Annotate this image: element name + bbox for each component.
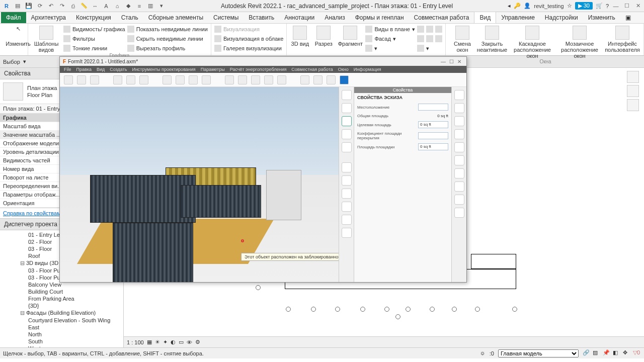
small-sheet1-icon[interactable] bbox=[417, 25, 442, 34]
3d-view-button[interactable]: 3D вид bbox=[290, 25, 310, 47]
small-sheet3-icon[interactable]: ▾ bbox=[417, 44, 442, 53]
formit-revit-icon[interactable] bbox=[340, 75, 349, 84]
formit-person-icon[interactable] bbox=[313, 75, 323, 84]
formit-scene-icon[interactable] bbox=[454, 103, 464, 113]
render-button[interactable]: Визуализация bbox=[214, 25, 284, 34]
tab-systems[interactable]: Системы bbox=[208, 12, 244, 23]
tab-massing[interactable]: Формы и генплан bbox=[350, 12, 409, 23]
plan-views-button[interactable]: Виды в плане ▾ bbox=[365, 25, 415, 34]
formit-fly-icon[interactable] bbox=[342, 142, 352, 152]
tab-annotate[interactable]: Аннотации bbox=[279, 12, 319, 23]
tree-item[interactable]: From Parking Area bbox=[0, 295, 123, 302]
formit-walk-icon[interactable] bbox=[342, 175, 352, 186]
formit-rect-icon[interactable] bbox=[176, 75, 185, 84]
elevation-button[interactable]: Фасад ▾ bbox=[365, 34, 415, 43]
cart-icon[interactable]: 🛒 bbox=[596, 3, 603, 9]
formit-prop-row[interactable]: Общая площадь0 sq ft bbox=[354, 112, 451, 120]
formit-menu[interactable]: FileПравкаВидСоздатьИнструменты проектир… bbox=[60, 66, 466, 73]
hide-icon[interactable]: 👁 bbox=[187, 339, 192, 345]
thin-lines-icon[interactable]: ≡ bbox=[135, 2, 144, 11]
user-name[interactable]: revit_testing bbox=[534, 3, 564, 9]
formit-materials-icon[interactable] bbox=[454, 116, 464, 126]
save-icon[interactable]: 💾 bbox=[24, 2, 33, 11]
tile-button[interactable]: Мозаичное расположение окон bbox=[557, 25, 602, 59]
formit-line-icon[interactable] bbox=[163, 75, 172, 84]
formit-section-icon[interactable] bbox=[277, 75, 286, 84]
shadows-icon[interactable]: ◐ bbox=[171, 339, 176, 345]
tree-item[interactable]: ⊟Фасады (Building Elevation) bbox=[0, 309, 123, 317]
formit-measure-icon[interactable] bbox=[126, 75, 135, 84]
formit-zoomin-icon[interactable] bbox=[342, 202, 352, 212]
close-hidden-icon[interactable]: ▥ bbox=[146, 2, 155, 11]
redo-icon[interactable]: ↷ bbox=[57, 2, 66, 11]
formit-cube-icon[interactable] bbox=[342, 90, 352, 100]
thin-lines-button[interactable]: Тонкие линии bbox=[63, 44, 125, 53]
drag-icon[interactable]: ✥ bbox=[623, 349, 631, 357]
formit-select-icon[interactable] bbox=[113, 75, 122, 84]
maximize-icon[interactable]: ☐ bbox=[623, 2, 631, 10]
reveal-icon[interactable]: ⚙ bbox=[195, 339, 200, 345]
visibility-graphics-button[interactable]: Видимость/ графика bbox=[63, 25, 125, 34]
formit-min-icon[interactable]: — bbox=[439, 57, 447, 65]
formit-max-icon[interactable]: ☐ bbox=[447, 57, 455, 65]
small-tool-icon[interactable]: ▾ bbox=[365, 44, 415, 53]
switch-windows-button[interactable]: Смена окон bbox=[450, 25, 474, 53]
trial-badge[interactable]: ▶ 30 bbox=[575, 2, 593, 10]
close-inactive-button[interactable]: Закрыть неактивные bbox=[476, 25, 508, 53]
tab-structure[interactable]: Конструкция bbox=[71, 12, 116, 23]
callout-button[interactable]: Фрагмент bbox=[337, 25, 363, 47]
minimize-icon[interactable]: — bbox=[612, 2, 620, 10]
formit-prop-row[interactable]: Местоположение bbox=[354, 102, 451, 112]
tree-item[interactable]: {3D} bbox=[0, 302, 123, 309]
measure-icon[interactable]: 📏 bbox=[79, 2, 89, 11]
formit-top-icon[interactable] bbox=[342, 103, 352, 113]
formit-orbit-icon[interactable] bbox=[342, 162, 352, 172]
formit-angle-icon[interactable] bbox=[139, 75, 148, 84]
formit-settings-icon[interactable] bbox=[264, 75, 273, 84]
sync-icon[interactable]: ⟳ bbox=[35, 2, 44, 11]
nav-wheel-icon[interactable] bbox=[627, 85, 639, 97]
tree-item[interactable]: North bbox=[0, 331, 123, 338]
formit-pan-icon[interactable] bbox=[342, 189, 352, 199]
section-button[interactable]: Разрез bbox=[312, 25, 335, 47]
tab-collaborate[interactable]: Совместная работа bbox=[409, 12, 474, 23]
formit-layers-icon[interactable] bbox=[454, 90, 464, 100]
formit-dynamo-icon[interactable] bbox=[454, 182, 464, 192]
formit-circle-icon[interactable] bbox=[202, 75, 211, 84]
help-icon[interactable]: ? bbox=[606, 3, 609, 9]
switch-win-icon[interactable]: ▾ bbox=[157, 2, 166, 11]
tab-analyze[interactable]: Анализ bbox=[319, 12, 350, 23]
tab-more-icon[interactable]: ▣ bbox=[620, 12, 636, 23]
show-hidden-button[interactable]: Показать невидимые линии bbox=[127, 25, 208, 34]
select-pinned-icon[interactable]: 📌 bbox=[603, 349, 611, 357]
undo-icon[interactable]: ↶ bbox=[46, 2, 55, 11]
editable-only-icon[interactable]: :0 bbox=[490, 350, 494, 356]
formit-undo-icon[interactable] bbox=[77, 75, 86, 84]
tab-insert[interactable]: Вставить bbox=[244, 12, 279, 23]
formit-sun-icon[interactable] bbox=[238, 75, 247, 84]
formit-groups-icon[interactable] bbox=[454, 195, 464, 205]
formit-persp-icon[interactable] bbox=[342, 116, 352, 126]
formit-ortho-icon[interactable] bbox=[342, 129, 352, 139]
small-sheet2-icon[interactable] bbox=[417, 34, 442, 43]
formit-prop-row[interactable]: Целевая площадь0 sq ft bbox=[354, 120, 451, 130]
select-underlay-icon[interactable]: ▨ bbox=[593, 349, 601, 357]
formit-close-icon[interactable]: ✕ bbox=[455, 57, 463, 65]
formit-prop-row[interactable]: Площадь площадки0 sq ft bbox=[354, 142, 451, 152]
formit-redo-icon[interactable] bbox=[90, 75, 99, 84]
cut-profile-button[interactable]: Вырезать профиль bbox=[127, 44, 208, 53]
formit-zoomfit-icon[interactable] bbox=[342, 228, 352, 238]
formit-content-icon[interactable] bbox=[454, 142, 464, 152]
tree-item[interactable]: Courtyard Elevation - South Wing bbox=[0, 317, 123, 324]
select-face-icon[interactable]: ◧ bbox=[613, 349, 621, 357]
tab-precast[interactable]: Сборные элементы bbox=[143, 12, 208, 23]
navcube-icon[interactable] bbox=[627, 71, 639, 83]
formit-arc-icon[interactable] bbox=[189, 75, 198, 84]
tab-view[interactable]: Вид bbox=[474, 12, 496, 23]
detail-level-icon[interactable]: ▦ bbox=[147, 339, 152, 345]
formit-zoomout-icon[interactable] bbox=[342, 215, 352, 225]
tree-item[interactable]: East bbox=[0, 324, 123, 331]
user-interface-button[interactable]: Интерфейс пользователя bbox=[604, 25, 640, 53]
tree-item[interactable]: Building Court bbox=[0, 288, 123, 295]
tree-item[interactable]: West bbox=[0, 345, 123, 347]
